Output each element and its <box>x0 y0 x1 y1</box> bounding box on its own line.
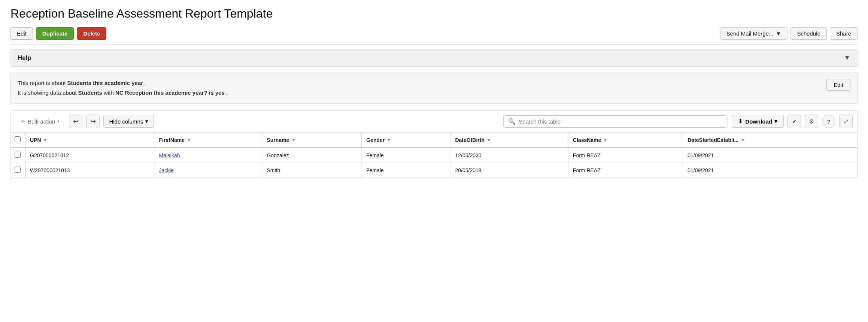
col-classname-sort-icon: ▼ <box>603 138 607 142</box>
row-gender-0: Female <box>362 148 450 163</box>
row-datestartedestabli-1: 01/09/2021 <box>683 163 857 178</box>
row-classname-1: Form REAZ <box>568 163 683 178</box>
gear-button[interactable]: ⚙ <box>805 115 818 128</box>
main-toolbar: Edit Duplicate Delete Send Mail Merge...… <box>10 27 858 45</box>
info-line1: This report is about Students this acade… <box>18 78 228 88</box>
col-firstname-label: FirstName <box>159 137 184 143</box>
row-surname-1: Smith <box>262 163 362 178</box>
row-dateofbirth-1: 20/05/2018 <box>450 163 568 178</box>
col-header-upn[interactable]: UPN ▼ <box>25 133 154 148</box>
table-container: ✏ Bulk action ▾ ↩ ↪ Hide columns ▾ 🔍 ⬇ D… <box>10 110 858 178</box>
help-button[interactable]: ? <box>822 115 835 128</box>
download-arrow-icon: ▾ <box>774 118 777 125</box>
help-chevron-icon: ▼ <box>844 54 850 62</box>
row-datestartedestabli-0: 01/09/2021 <box>683 148 857 163</box>
info-edit-button[interactable]: Edit <box>826 79 850 91</box>
help-section: Help ▼ <box>10 49 858 67</box>
row-gender-1: Female <box>362 163 450 178</box>
select-all-checkbox[interactable] <box>15 136 21 142</box>
row-checkbox-cell[interactable] <box>11 148 25 163</box>
info-text: This report is about Students this acade… <box>18 78 228 97</box>
col-classname-label: ClassName <box>573 137 601 143</box>
toolbar-left: Edit Duplicate Delete <box>10 27 106 40</box>
col-header-gender[interactable]: Gender ▼ <box>362 133 450 148</box>
col-datestartedestabli-label: DateStartedEstabli... <box>688 137 738 143</box>
table-body: G207000021012 Malaikah Gonzalez Female 1… <box>11 148 857 178</box>
redo-button[interactable]: ↪ <box>86 115 100 128</box>
hide-columns-button[interactable]: Hide columns ▾ <box>103 115 154 128</box>
col-header-datestartedestabli[interactable]: DateStartedEstabli... ▼ <box>683 133 857 148</box>
col-gender-label: Gender <box>366 137 385 143</box>
search-input[interactable] <box>519 118 723 125</box>
row-surname-0: Gonzalez <box>262 148 362 163</box>
col-dateofbirth-sort-icon: ▼ <box>487 138 491 142</box>
row-checkbox-cell[interactable] <box>11 163 25 178</box>
edit-button[interactable]: Edit <box>10 27 33 40</box>
duplicate-button[interactable]: Duplicate <box>36 27 74 40</box>
delete-button[interactable]: Delete <box>77 27 106 40</box>
data-table: UPN ▼ FirstName ▼ Surname ▼ <box>11 133 857 178</box>
table-row: G207000021012 Malaikah Gonzalez Female 1… <box>11 148 857 163</box>
send-mail-dropdown-icon: ▼ <box>776 30 781 37</box>
bulk-action-label: Bulk action <box>28 118 55 125</box>
row-upn-1: W207000021013 <box>25 163 154 178</box>
bulk-action-chevron-icon: ▾ <box>57 119 60 124</box>
info-line2: It is showing data about Students with N… <box>18 88 228 98</box>
toolbar-right: Send Mail Merge... ▼ Schedule Share <box>720 27 858 40</box>
col-header-classname[interactable]: ClassName ▼ <box>568 133 683 148</box>
row-dateofbirth-0: 12/05/2020 <box>450 148 568 163</box>
page-title: Reception Baseline Assessment Report Tem… <box>10 7 858 21</box>
col-dateofbirth-label: DateOfBirth <box>455 137 485 143</box>
download-label: Download <box>745 118 772 125</box>
table-header-row: UPN ▼ FirstName ▼ Surname ▼ <box>11 133 857 148</box>
table-row: W207000021013 Jackie Smith Female 20/05/… <box>11 163 857 178</box>
send-mail-merge-button[interactable]: Send Mail Merge... ▼ <box>720 27 788 40</box>
help-header[interactable]: Help ▼ <box>11 49 857 66</box>
row-firstname-1[interactable]: Jackie <box>154 163 262 178</box>
checkmark-button[interactable]: ✔ <box>787 115 801 128</box>
col-upn-sort-icon: ▼ <box>43 138 48 142</box>
undo-button[interactable]: ↩ <box>69 115 82 128</box>
schedule-button[interactable]: Schedule <box>790 27 827 40</box>
row-firstname-link-0[interactable]: Malaikah <box>159 152 180 158</box>
expand-button[interactable]: ⤢ <box>839 115 853 128</box>
help-icon: ? <box>827 118 830 125</box>
search-icon: 🔍 <box>508 118 516 125</box>
row-upn-0: G207000021012 <box>25 148 154 163</box>
share-button[interactable]: Share <box>830 27 858 40</box>
help-title: Help <box>18 54 31 62</box>
col-surname-sort-icon: ▼ <box>291 138 295 142</box>
col-firstname-sort-icon: ▼ <box>187 138 191 142</box>
col-datestartedestabli-sort-icon: ▼ <box>741 138 745 142</box>
download-button[interactable]: ⬇ Download ▾ <box>732 115 784 128</box>
download-icon: ⬇ <box>738 118 743 125</box>
col-gender-sort-icon: ▼ <box>387 138 391 142</box>
send-mail-label: Send Mail Merge... <box>726 30 774 37</box>
select-all-column[interactable] <box>11 133 25 148</box>
col-header-firstname[interactable]: FirstName ▼ <box>154 133 262 148</box>
col-header-dateofbirth[interactable]: DateOfBirth ▼ <box>450 133 568 148</box>
bulk-action-button[interactable]: ✏ Bulk action ▾ <box>15 115 65 128</box>
row-firstname-0[interactable]: Malaikah <box>154 148 262 163</box>
search-box: 🔍 <box>503 115 728 128</box>
col-upn-label: UPN <box>30 137 41 143</box>
row-checkbox-0[interactable] <box>15 152 21 158</box>
hide-columns-arrow-icon: ▾ <box>145 118 148 125</box>
hide-columns-label: Hide columns <box>109 118 143 125</box>
col-surname-label: Surname <box>267 137 289 143</box>
col-header-surname[interactable]: Surname ▼ <box>262 133 362 148</box>
table-toolbar: ✏ Bulk action ▾ ↩ ↪ Hide columns ▾ 🔍 ⬇ D… <box>11 111 857 133</box>
pencil-icon: ✏ <box>21 118 25 124</box>
row-classname-0: Form REAZ <box>568 148 683 163</box>
info-section: This report is about Students this acade… <box>10 72 858 104</box>
row-firstname-link-1[interactable]: Jackie <box>159 167 174 173</box>
row-checkbox-1[interactable] <box>15 167 21 173</box>
